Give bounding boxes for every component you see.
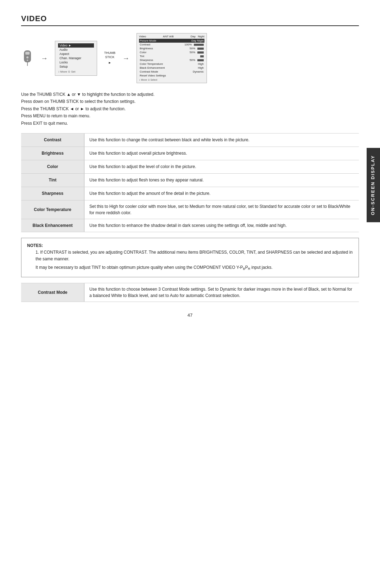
- feature-desc-brightness: Use this function to adjust overall pict…: [84, 147, 359, 160]
- instruction-2: Press down on THUMB STICK to select the …: [21, 98, 359, 105]
- section-title: VIDEO: [21, 14, 359, 26]
- feature-desc-color: Use this function to adjust the level of…: [84, 160, 359, 173]
- svg-rect-1: [25, 52, 30, 55]
- features-table: Contrast Use this function to change the…: [21, 133, 359, 232]
- diagram-area: → Video ► Audio Aspect Chan. Manager Loc…: [21, 33, 359, 83]
- instruction-3: Press the THUMB STICK ◄ or ► to adjust t…: [21, 105, 359, 112]
- feature-label-brightness: Brightness: [21, 147, 84, 160]
- notes-list: 1. If CONTRAST is selected, you are adju…: [27, 249, 353, 271]
- feature-row-color: Color Use this function to adjust the le…: [21, 160, 359, 173]
- ds-row-contrast-mode: Contrast ModeDynamic: [139, 70, 204, 74]
- feature-row-sharpness: Sharpness Use this function to adjust th…: [21, 187, 359, 200]
- remote-icon: [21, 50, 34, 67]
- menu-item-locks: Locks: [58, 60, 94, 64]
- instruction-5: Press EXIT to quit menu.: [21, 120, 359, 127]
- menu-item-chan-manager: Chan. Manager: [58, 56, 94, 60]
- ds-row-tint: Tint: [139, 54, 204, 58]
- instructions-block: Use the THUMB STICK ▲ or ▼ to highlight …: [21, 91, 359, 127]
- feature-label-color-temperature: Color Temperature: [21, 200, 84, 219]
- feature-row-black-enhancement: Black Enhancement Use this function to e…: [21, 219, 359, 232]
- feature-desc-black-enhancement: Use this function to enhance the shadow …: [84, 219, 359, 232]
- contrast-mode-section: Contrast Mode Use this function to choos…: [21, 283, 359, 302]
- menu-footer: ↕ Move ⊙ Set: [58, 70, 94, 73]
- ds-row-picture-mode: Picture ModeDay Night: [139, 39, 204, 43]
- menu-item-setup: Setup: [58, 64, 94, 69]
- thumb-stick-label: THUMBSTICK ►: [104, 51, 115, 65]
- feature-desc-sharpness: Use this function to adjust the amount o…: [84, 187, 359, 200]
- ds-row-sharpness: Sharpness50%: [139, 58, 204, 62]
- feature-desc-contrast: Use this function to change the contrast…: [84, 134, 359, 147]
- ds-row-reset-video: Reset Video Settings: [139, 74, 204, 78]
- arrow-right-1: →: [41, 54, 48, 62]
- instruction-4: Press MENU to return to main menu.: [21, 112, 359, 119]
- right-detail-screenshot: Video ANT A/B Day Night Picture ModeDay …: [137, 33, 207, 83]
- svg-point-3: [27, 60, 28, 61]
- menu-item-aspect: Aspect: [58, 52, 94, 56]
- left-menu-screenshot: Video ► Audio Aspect Chan. Manager Locks…: [55, 41, 97, 76]
- feature-desc-tint: Use this function to adjust flesh tones …: [84, 174, 359, 187]
- page-number: 47: [21, 312, 359, 318]
- feature-label-tint: Tint: [21, 174, 84, 187]
- ds-row-color-temperature: Color TemperatureHigh: [139, 62, 204, 66]
- notes-box: NOTES: 1. If CONTRAST is selected, you a…: [21, 238, 359, 277]
- ds-row-black-enhancement: Black EnhancementHigh: [139, 66, 204, 70]
- ds-header: Video ANT A/B Day Night: [139, 35, 204, 38]
- ds-row-contrast: Contrast100%: [139, 43, 204, 47]
- note-2: It may be necessary to adjust TINT to ob…: [27, 264, 353, 272]
- feature-row-tint: Tint Use this function to adjust flesh t…: [21, 173, 359, 187]
- instruction-1: Use the THUMB STICK ▲ or ▼ to highlight …: [21, 91, 359, 98]
- feature-label-contrast-mode: Contrast Mode: [21, 283, 84, 302]
- arrow-right-2: →: [122, 54, 129, 62]
- feature-row-brightness: Brightness Use this function to adjust o…: [21, 147, 359, 160]
- feature-desc-color-temperature: Set this to High for cooler color with m…: [84, 200, 359, 219]
- feature-row-contrast-mode: Contrast Mode Use this function to choos…: [21, 283, 359, 302]
- notes-label: NOTES:: [27, 243, 43, 248]
- menu-item-audio: Audio: [58, 48, 94, 52]
- ds-row-brightness: Brightness50%: [139, 47, 204, 50]
- note-1: 1. If CONTRAST is selected, you are adju…: [27, 249, 353, 262]
- menu-item-video: Video ►: [58, 43, 94, 48]
- svg-point-2: [26, 56, 28, 58]
- ds-footer: ↕ Move ⊙ Select: [139, 79, 204, 81]
- ds-row-color: Color50%: [139, 50, 204, 54]
- feature-label-sharpness: Sharpness: [21, 187, 84, 200]
- feature-label-black-enhancement: Black Enhancement: [21, 219, 84, 232]
- feature-label-contrast: Contrast: [21, 134, 84, 147]
- feature-row-color-temperature: Color Temperature Set this to High for c…: [21, 200, 359, 219]
- feature-row-contrast: Contrast Use this function to change the…: [21, 133, 359, 147]
- feature-desc-contrast-mode: Use this function to choose between 3 Co…: [84, 283, 359, 302]
- feature-label-color: Color: [21, 160, 84, 173]
